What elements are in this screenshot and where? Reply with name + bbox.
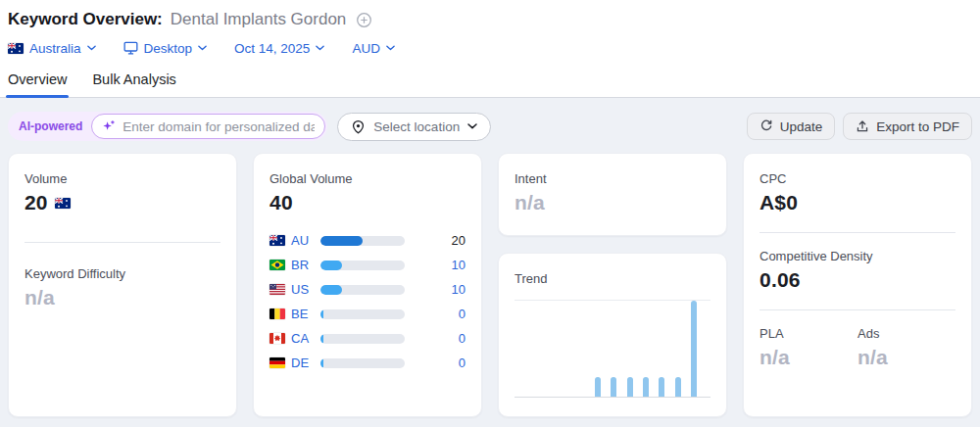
keyword-difficulty-label: Keyword Difficulty [24,266,220,281]
domain-input[interactable] [122,119,315,134]
keyword-difficulty-value: n/a [24,286,220,309]
cpc-label: CPC [760,171,956,186]
country-volume-bar [320,309,405,319]
location-pin-icon [351,119,366,134]
country-row: US10 [270,277,466,302]
tab-overview[interactable]: Overview [8,71,67,97]
country-row: AU20 [270,228,466,253]
country-volume-bar [320,285,405,295]
country-volume-value[interactable]: 0 [405,307,466,321]
update-button[interactable]: Update [747,113,836,140]
divider [760,232,956,233]
currency-filter[interactable]: AUD [352,41,395,56]
pla-value: n/a [760,346,858,369]
divider [24,242,220,243]
country-filter[interactable]: Australia [8,41,96,56]
be-flag-icon [270,308,285,319]
country-volume-value[interactable]: 20 [405,233,466,248]
ai-powered-badge: AI-powered [19,119,82,133]
country-code-link[interactable]: BR [291,258,317,272]
country-row: BE0 [270,302,466,326]
add-keyword-icon[interactable] [356,12,372,28]
ca-flag-icon [270,333,285,344]
us-flag-icon [270,284,285,295]
trend-chart [514,300,710,398]
device-filter[interactable]: Desktop [123,41,208,56]
tab-bulk-analysis[interactable]: Bulk Analysis [92,71,175,97]
tabs: Overview Bulk Analysis [0,71,980,97]
global-volume-card: Global Volume 40 AU20BR10US10BE0CA0DE0 [253,153,482,417]
intent-label: Intent [514,171,710,186]
cpc-value: A$0 [760,191,956,214]
country-volume-value[interactable]: 10 [405,258,466,272]
device-filter-label: Desktop [144,41,193,56]
cards-grid: Volume 20 Keyword Difficulty n/a Global … [8,153,972,417]
chevron-down-icon [87,45,96,51]
country-code-link[interactable]: BE [291,307,317,321]
country-volume-bar [320,261,405,270]
country-row: BR10 [270,253,466,277]
global-volume-label: Global Volume [270,171,466,186]
chevron-down-icon [467,123,477,129]
toolbar: AI-powered Select location Update Export… [8,112,972,141]
date-filter-label: Oct 14, 2025 [234,41,310,56]
ads-label: Ads [858,326,956,341]
au-flag-icon [8,43,24,54]
competitive-density-value: 0.06 [760,268,956,292]
global-volume-rows: AU20BR10US10BE0CA0DE0 [270,228,466,375]
export-pdf-button-label: Export to PDF [876,119,959,134]
country-row: CA0 [270,326,466,351]
country-volume-bar [320,236,405,246]
country-code-link[interactable]: US [291,282,317,297]
location-select-label: Select location [373,119,460,134]
country-code-link[interactable]: AU [291,233,317,248]
trend-bar [611,377,616,397]
country-volume-value[interactable]: 10 [405,282,466,297]
country-volume-bar [320,334,405,344]
trend-label: Trend [514,271,710,286]
page-title: Keyword Overview: [8,10,163,29]
ads-value: n/a [858,346,956,369]
intent-value: n/a [514,191,710,214]
keyword-text: Dental Implants Gordon [171,10,347,29]
pla-label: PLA [760,326,858,341]
export-icon [856,119,869,133]
chevron-down-icon [316,45,324,51]
desktop-icon [123,41,138,55]
country-filter-label: Australia [29,41,81,56]
trend-bars [514,301,697,397]
au-flag-icon [270,235,285,246]
ai-domain-group: AI-powered [8,112,327,141]
br-flag-icon [270,260,285,270]
sparkle-icon [102,119,116,133]
country-row: DE0 [270,351,466,375]
filters-row: Australia Desktop Oct 14, 2025 AUD [0,38,980,58]
volume-value: 20 [24,191,47,214]
date-filter[interactable]: Oct 14, 2025 [234,41,324,56]
main-area: AI-powered Select location Update Export… [0,98,980,417]
trend-bar [643,377,649,397]
volume-label: Volume [24,171,220,186]
trend-bar [691,301,697,397]
trend-bar [659,377,664,397]
currency-filter-label: AUD [352,41,380,56]
cpc-card: CPC A$0 Competitive Density 0.06 PLA n/a… [743,153,972,417]
country-volume-value[interactable]: 0 [405,331,466,346]
country-code-link[interactable]: DE [291,356,317,370]
volume-card: Volume 20 Keyword Difficulty n/a [8,153,237,417]
update-button-label: Update [780,119,823,134]
intent-card: Intent n/a [498,153,727,236]
title-row: Keyword Overview: Dental Implants Gordon [0,8,980,31]
domain-input-box [91,114,325,139]
global-volume-value: 40 [270,191,466,214]
competitive-density-label: Competitive Density [760,249,956,263]
trend-bar [627,377,633,397]
de-flag-icon [270,357,285,368]
export-pdf-button[interactable]: Export to PDF [843,113,972,140]
trend-bar [595,377,601,397]
page-header: Keyword Overview: Dental Implants Gordon… [0,0,980,98]
location-select[interactable]: Select location [337,113,491,141]
country-code-link[interactable]: CA [291,331,317,346]
country-volume-value[interactable]: 0 [405,356,466,370]
chevron-down-icon [386,45,395,51]
